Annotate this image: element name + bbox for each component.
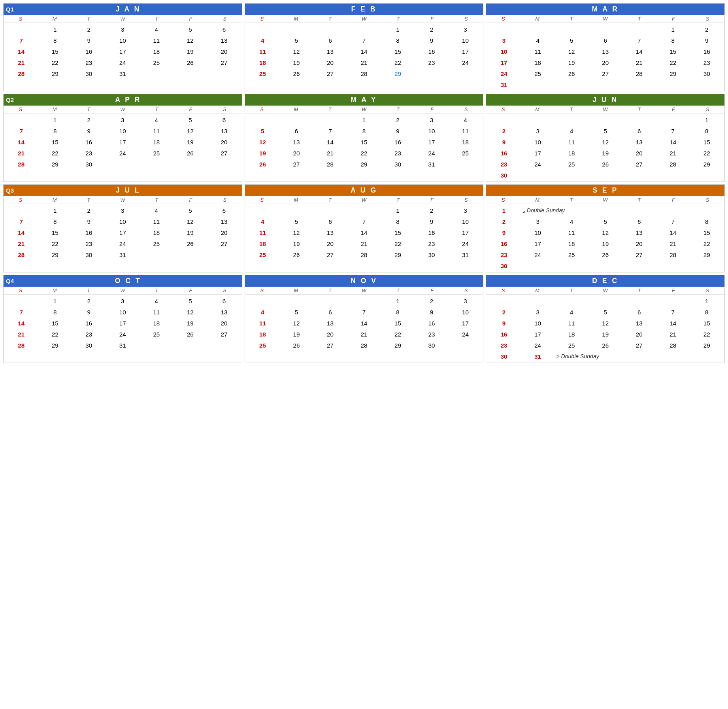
day-cell-feb-w3-d5: 23: [415, 57, 449, 68]
day-cell-may-w0-d6: 4: [449, 114, 483, 125]
day-header-M-mar: M: [520, 15, 554, 23]
day-header-W-jan: W: [106, 15, 140, 23]
day-headers-oct: SMTWTFS: [4, 287, 242, 295]
day-cell-aug-w0-d4: 1: [381, 205, 415, 216]
month-header-apr: Q2A P R: [4, 94, 242, 106]
day-cell-sep-w3-d6: 22: [690, 238, 724, 249]
day-cell-dec-w0-d6: 1: [690, 295, 724, 306]
day-cell-dec-w1-d4: 6: [622, 306, 656, 318]
day-header-S-sep: S: [486, 196, 520, 204]
day-cell-jun-w4-d1: 24: [521, 159, 555, 170]
day-header-S-jun: S: [486, 106, 520, 113]
day-cell-aug-w1-d2: 6: [313, 216, 347, 227]
day-cell-jan-w3-d2: 23: [72, 57, 106, 68]
annotation-dec: > Double Sunday: [554, 351, 724, 362]
day-cell-oct-w1-d5: 12: [174, 306, 207, 318]
day-cell-oct-w3-d3: 24: [106, 329, 140, 340]
day-cell-feb-w0-d1: [279, 24, 313, 35]
day-header-S-dec: S: [486, 287, 520, 294]
day-cell-mar-w5-d3: [588, 79, 622, 90]
day-cell-jun-w3-d3: 19: [588, 147, 622, 159]
day-cell-sep-w2-d0: 9: [487, 227, 521, 238]
month-jun: J U NSMTWTFS1234567891011121314151617181…: [486, 94, 725, 182]
day-cell-nov-w2-d4: 15: [381, 318, 415, 329]
day-cell-feb-w0-d4: 1: [381, 24, 415, 35]
day-cell-dec-w0-d2: [554, 295, 588, 306]
day-header-T-may: T: [381, 106, 415, 113]
day-cell-oct-w0-d5: 5: [174, 295, 207, 306]
day-cell-may-w3-d4: 23: [381, 147, 415, 159]
day-cell-feb-w0-d5: 2: [415, 24, 449, 35]
day-cell-sep-w5-pad2: [554, 260, 588, 271]
day-cell-feb-w4-d2: 27: [313, 68, 347, 79]
day-cell-dec-w3-d4: 20: [622, 329, 656, 340]
days-grid-mar: 1234567891011121314151617181920212223242…: [486, 23, 724, 91]
day-cell-jul-w0-d0: [4, 205, 38, 216]
day-cell-sep-w2-d3: 12: [588, 227, 622, 238]
day-cell-mar-w4-d3: 27: [588, 68, 622, 79]
day-cell-sep-w5-pad6: [690, 260, 724, 271]
day-cell-may-w3-d0: 19: [246, 147, 280, 159]
day-cell-sep-w1-d2: 4: [554, 216, 588, 227]
day-cell-oct-w2-d4: 18: [140, 318, 174, 329]
month-name-jan: J A N: [17, 5, 240, 13]
day-cell-jan-w1-d4: 11: [140, 35, 174, 46]
day-cell-aug-w2-d5: 16: [415, 227, 449, 238]
day-cell-sep-w3-d0: 16: [487, 238, 521, 249]
day-cell-jun-w1-d4: 6: [622, 125, 656, 136]
day-cell-jul-w0-d4: 4: [140, 205, 174, 216]
day-cell-jan-w1-d1: 8: [38, 35, 72, 46]
day-cell-aug-w2-d0: 11: [246, 227, 280, 238]
day-cell-may-w1-d1: 6: [279, 125, 313, 136]
day-cell-mar-w2-d1: 11: [521, 46, 555, 57]
day-cell-oct-w4-d4: [140, 340, 174, 351]
month-header-oct: Q4O C T: [4, 275, 242, 287]
month-name-apr: A P R: [17, 96, 240, 104]
day-cell-dec-w1-d1: 3: [521, 306, 555, 318]
day-header-T-mar: T: [554, 15, 588, 23]
day-cell-jul-w3-d0: 21: [4, 238, 38, 249]
day-header-M-nov: M: [279, 287, 313, 294]
day-cell-aug-w3-d2: 20: [313, 238, 347, 249]
day-cell-dec-w1-d5: 7: [656, 306, 690, 318]
day-cell-oct-w2-d1: 15: [38, 318, 72, 329]
day-cell-jan-w1-d5: 12: [174, 35, 207, 46]
day-cell-apr-w2-d5: 19: [174, 136, 207, 147]
days-grid-nov: 1234567891011121314151617181920212223242…: [245, 295, 483, 352]
quarter-label-oct: Q4: [6, 278, 14, 284]
day-cell-mar-w0-d4: [622, 24, 656, 35]
day-cell-feb-w0-d0: [246, 24, 280, 35]
quarter-label-jul: Q3: [6, 187, 14, 194]
day-header-T-nov: T: [381, 287, 415, 294]
day-cell-apr-w2-d0: 14: [4, 136, 38, 147]
day-cell-apr-w2-d2: 16: [72, 136, 106, 147]
day-cell-jan-w0-d4: 4: [140, 24, 174, 35]
day-cell-aug-w3-d0: 18: [246, 238, 280, 249]
day-cell-nov-w0-d1: [279, 295, 313, 306]
day-cell-mar-w0-d1: [521, 24, 555, 35]
day-header-S-mar: S: [690, 15, 724, 23]
day-cell-apr-w1-d5: 12: [174, 125, 207, 136]
day-cell-oct-w0-d3: 3: [106, 295, 140, 306]
day-cell-feb-w2-d4: 15: [381, 46, 415, 57]
day-headers-feb: SMTWTFS: [245, 15, 483, 23]
day-cell-dec-w4-d1: 24: [521, 340, 555, 351]
day-cell-dec-w1-d6: 8: [690, 306, 724, 318]
day-cell-oct-w2-d3: 17: [106, 318, 140, 329]
day-cell-sep-w4-d0: 23: [487, 249, 521, 260]
month-name-feb: F E B: [247, 5, 481, 13]
day-cell-jun-w3-d5: 21: [656, 147, 690, 159]
day-cell-aug-w4-d2: 27: [313, 249, 347, 260]
day-cell-aug-w2-d6: 17: [449, 227, 483, 238]
day-cell-jun-w0-d5: [656, 114, 690, 125]
day-cell-jun-w0-d2: [554, 114, 588, 125]
day-cell-may-w0-d4: 2: [381, 114, 415, 125]
day-cell-jan-w2-d1: 15: [38, 46, 72, 57]
day-cell-sep-w0-d0: 1: [487, 205, 521, 216]
day-cell-jun-w0-d0: [487, 114, 521, 125]
day-cell-may-w0-d3: 1: [347, 114, 381, 125]
day-cell-jun-w4-d3: 26: [588, 159, 622, 170]
month-name-jul: J U L: [17, 186, 240, 195]
day-cell-jun-w1-d0: 2: [487, 125, 521, 136]
days-grid-sep: 1⌟ Double Sunday234567891011121314151617…: [486, 204, 724, 272]
